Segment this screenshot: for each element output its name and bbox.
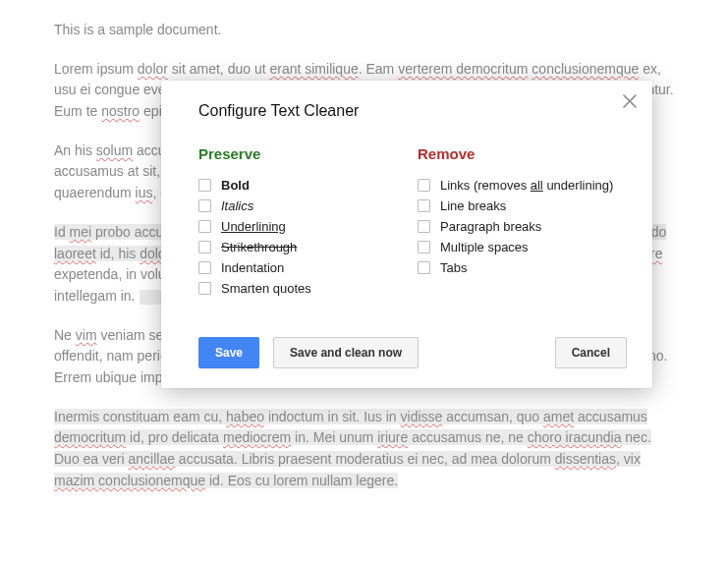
preserve-strikethrough-option[interactable]: Strikethrough (198, 240, 408, 254)
preserve-underlining-option[interactable]: Underlining (198, 219, 408, 234)
option-label: Line breaks (440, 198, 506, 213)
option-label: Links (removes all underlining) (440, 178, 613, 193)
close-icon (623, 94, 637, 108)
save-and-clean-button[interactable]: Save and clean now (273, 337, 419, 368)
preserve-bold-option[interactable]: Bold (198, 178, 408, 193)
preserve-header: Preserve (198, 145, 408, 162)
document-page: This is a sample document. Lorem ipsum d… (0, 0, 728, 562)
checkbox[interactable] (418, 220, 430, 233)
options-columns: Preserve Bold Italics Underlining Strike… (198, 145, 627, 302)
checkbox[interactable] (198, 261, 211, 274)
option-label: Underlining (221, 219, 286, 234)
checkbox[interactable] (198, 282, 211, 295)
remove-column: Remove Links (removes all underlining) L… (418, 145, 627, 302)
preserve-indentation-option[interactable]: Indentation (198, 260, 408, 275)
option-label: Strikethrough (221, 240, 297, 254)
checkbox[interactable] (198, 241, 211, 253)
option-label: Indentation (221, 260, 284, 275)
remove-links-option[interactable]: Links (removes all underlining) (418, 178, 627, 193)
checkbox[interactable] (198, 199, 211, 212)
option-label: Paragraph breaks (440, 219, 541, 234)
remove-line-breaks-option[interactable]: Line breaks (418, 198, 627, 213)
checkbox[interactable] (418, 241, 430, 253)
preserve-italics-option[interactable]: Italics (198, 198, 408, 213)
option-label: Multiple spaces (440, 240, 529, 254)
close-button[interactable] (619, 90, 641, 112)
remove-header: Remove (418, 145, 627, 162)
remove-tabs-option[interactable]: Tabs (418, 260, 627, 275)
save-button[interactable]: Save (198, 337, 259, 368)
preserve-column: Preserve Bold Italics Underlining Strike… (198, 145, 408, 302)
checkbox[interactable] (418, 199, 430, 212)
checkbox[interactable] (198, 179, 211, 192)
configure-text-cleaner-dialog: Configure Text Cleaner Preserve Bold Ita… (161, 81, 652, 388)
dialog-title: Configure Text Cleaner (198, 102, 627, 120)
checkbox[interactable] (418, 179, 430, 192)
remove-multiple-spaces-option[interactable]: Multiple spaces (418, 240, 627, 254)
checkbox[interactable] (198, 220, 211, 233)
option-label: Bold (221, 178, 250, 193)
checkbox[interactable] (418, 261, 430, 274)
option-label: Tabs (440, 260, 467, 275)
doc-para-5: Inermis constituam eam cu, habeo indoctu… (54, 407, 674, 492)
cancel-button[interactable]: Cancel (555, 337, 627, 368)
dialog-button-row: Save Save and clean now Cancel (198, 337, 627, 368)
remove-paragraph-breaks-option[interactable]: Paragraph breaks (418, 219, 627, 234)
option-label: Smarten quotes (221, 281, 311, 296)
preserve-smarten-quotes-option[interactable]: Smarten quotes (198, 281, 408, 296)
doc-intro: This is a sample document. (54, 20, 674, 41)
option-label: Italics (221, 198, 253, 213)
